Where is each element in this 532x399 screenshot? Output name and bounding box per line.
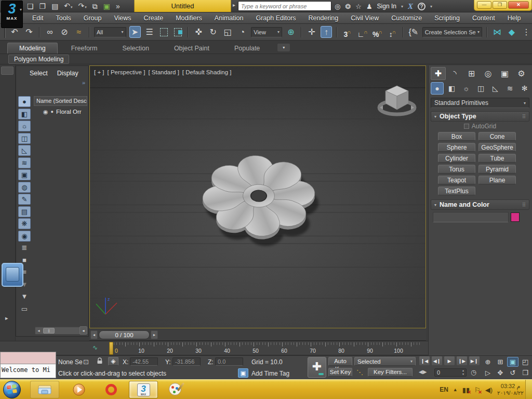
title-flyout-icon[interactable]: ▸ bbox=[233, 2, 235, 8]
exchange-store-icon[interactable]: X bbox=[408, 2, 413, 11]
menu-rendering[interactable]: Rendering bbox=[302, 12, 345, 24]
selection-lock-region-icon[interactable]: ⊡ bbox=[83, 358, 89, 366]
toolbar-overflow-icon[interactable]: ⋮ bbox=[521, 26, 532, 38]
current-frame-marker[interactable] bbox=[109, 342, 113, 355]
absolute-offset-mode-icon[interactable]: ◈ bbox=[108, 357, 118, 366]
add-time-tag-label[interactable]: Add Time Tag bbox=[251, 370, 289, 377]
ribbon-caret-icon[interactable]: ▾ bbox=[277, 44, 290, 51]
explorer-h-scrollbar[interactable]: ◂ ⫼ ▸ bbox=[35, 327, 86, 335]
spinner-snap-icon[interactable]: ↕∩ bbox=[387, 26, 398, 38]
zoom-all-icon[interactable]: ⊞ bbox=[495, 357, 506, 367]
primitive-type-dropdown[interactable]: Standard Primitives ▾ bbox=[431, 98, 529, 108]
use-pivot-center-icon[interactable]: ⊕ bbox=[285, 26, 297, 38]
zoom-region-icon[interactable]: ◰ bbox=[520, 357, 531, 367]
object-color-swatch[interactable] bbox=[511, 212, 520, 222]
filter-icon[interactable]: ▼ bbox=[18, 291, 31, 302]
primitive-button-torus[interactable]: Torus bbox=[438, 165, 475, 174]
explorer-menu-display[interactable]: Display bbox=[57, 70, 78, 77]
mini-curve-editor-icon[interactable]: ∿ bbox=[92, 344, 98, 351]
taskbar-3dsmax-button[interactable]: 3 MAX bbox=[129, 381, 158, 398]
go-to-start-icon[interactable]: ❙◀ bbox=[419, 356, 430, 366]
zoom-icon[interactable]: ⊕ bbox=[482, 357, 494, 367]
ribbon-tab-freeform[interactable]: Freeform bbox=[60, 43, 109, 54]
create-tab-icon[interactable]: ✚ bbox=[431, 67, 446, 80]
primitive-button-cone[interactable]: Cone bbox=[478, 132, 516, 141]
y-coord-field[interactable]: -31.856 bbox=[172, 357, 201, 366]
object-type-rollout-header[interactable]: ▾ Object Type ⠿ bbox=[431, 111, 529, 122]
taskbar-explorer-button[interactable] bbox=[30, 381, 59, 398]
snap-toggle-3d-icon[interactable]: 3∩ bbox=[341, 26, 353, 38]
display-visibility-icon[interactable]: ◉ bbox=[18, 231, 31, 242]
mirror-icon[interactable]: ⋈ bbox=[491, 26, 503, 38]
next-key-arrows-icon[interactable]: ◀▶ bbox=[419, 369, 427, 375]
3dsmax-logo[interactable]: 3 MAX ▾ bbox=[1, 1, 23, 28]
time-slider-handle[interactable]: 0 / 100 bbox=[99, 330, 150, 339]
modify-tab-icon[interactable]: ◝ bbox=[447, 67, 462, 80]
search-binoculars-icon[interactable]: ◎ bbox=[335, 3, 340, 10]
undo-icon-caret[interactable]: ▾ bbox=[71, 5, 73, 9]
scroll-left-icon[interactable]: ◂ bbox=[35, 328, 42, 333]
select-and-place-icon[interactable]: ◔ bbox=[236, 26, 248, 38]
action-center-flag-icon[interactable]: ⚐✕ bbox=[474, 386, 481, 394]
frame-back-icon[interactable]: ◂ bbox=[90, 330, 98, 339]
ribbon-tab-modeling[interactable]: Modeling bbox=[7, 43, 58, 54]
primitive-button-pyramid[interactable]: Pyramid bbox=[478, 165, 516, 174]
dock-tab[interactable] bbox=[1, 66, 14, 75]
menu-graph-editors[interactable]: Graph Editors bbox=[249, 12, 302, 24]
new-scene-icon[interactable]: ❏ bbox=[27, 1, 34, 12]
primitive-button-cylinder[interactable]: Cylinder bbox=[438, 154, 475, 163]
list-view-icon[interactable]: ≣ bbox=[18, 243, 31, 253]
taskbar-opera-button[interactable] bbox=[97, 381, 126, 398]
reference-coordinate-dropdown[interactable]: View▾ bbox=[251, 27, 282, 37]
start-button[interactable] bbox=[2, 380, 22, 399]
key-mode-icon[interactable]: ⋱ bbox=[356, 368, 363, 376]
display-hidden-icon[interactable]: ◍ bbox=[18, 182, 31, 193]
primitive-button-plane[interactable]: Plane bbox=[478, 176, 516, 184]
name-color-rollout-header[interactable]: ▾ Name and Color ⠿ bbox=[431, 200, 529, 210]
primitive-button-textplus[interactable]: TextPlus bbox=[438, 187, 475, 195]
display-cameras-icon[interactable]: ◫ bbox=[18, 133, 31, 144]
select-and-rotate-icon[interactable]: ↻ bbox=[207, 26, 219, 38]
geometry-category-icon[interactable]: ● bbox=[431, 82, 444, 95]
listener-output-field[interactable]: Welcome to Mi bbox=[0, 364, 56, 378]
workspace-icon[interactable]: ▣ bbox=[103, 1, 110, 12]
display-containers-icon[interactable]: ▤ bbox=[18, 206, 31, 217]
primitive-button-box[interactable]: Box bbox=[438, 132, 475, 141]
display-space-warps-icon[interactable]: ≋ bbox=[18, 157, 31, 168]
display-shapes-icon[interactable]: ◧ bbox=[18, 109, 31, 119]
display-particles-icon[interactable]: ❋ bbox=[18, 218, 31, 229]
scroll-thumb[interactable]: ⫼ bbox=[43, 328, 55, 334]
undo-icon[interactable]: ↶▾ bbox=[64, 0, 72, 13]
menu-help[interactable]: Help bbox=[501, 12, 527, 24]
hierarchy-tab-icon[interactable]: ⊞ bbox=[464, 67, 479, 80]
percent-snap-icon[interactable]: %∩ bbox=[371, 26, 383, 38]
display-materials-icon[interactable]: ▣ bbox=[18, 169, 31, 180]
track-bar[interactable]: ∿ 102030405060708090100 0 bbox=[0, 341, 428, 355]
menu-modifiers[interactable]: Modifiers bbox=[169, 12, 208, 24]
viewport-standard-label[interactable]: [ Standard ] bbox=[148, 69, 179, 75]
autogrid-checkbox[interactable] bbox=[464, 124, 469, 129]
favorites-star-icon[interactable]: ☆ bbox=[355, 3, 362, 10]
rectangular-selection-region-icon[interactable] bbox=[160, 28, 168, 36]
language-indicator[interactable]: EN bbox=[440, 386, 448, 393]
time-slider-track[interactable] bbox=[159, 330, 426, 339]
space-warps-category-icon[interactable]: ≋ bbox=[503, 82, 516, 95]
next-frame-icon[interactable]: ❙▶ bbox=[456, 356, 468, 366]
quick-access-overflow-icon[interactable]: » bbox=[116, 1, 120, 12]
helpers-category-icon[interactable]: ◺ bbox=[489, 82, 502, 95]
communication-center-icon[interactable]: ❂ bbox=[345, 3, 351, 10]
window-crossing-icon[interactable] bbox=[174, 28, 182, 36]
menu-customize[interactable]: Customize bbox=[385, 12, 428, 24]
menu-civil-view[interactable]: Civil View bbox=[344, 12, 385, 24]
ribbon-tab-populate[interactable]: Populate bbox=[223, 43, 271, 54]
display-bones-icon[interactable]: ✎ bbox=[18, 194, 31, 205]
visibility-eye-icon[interactable]: ◉ bbox=[43, 109, 48, 115]
signin-label[interactable]: Sign In bbox=[377, 3, 396, 10]
save-file-icon[interactable]: ▤ bbox=[51, 1, 58, 12]
select-and-move-icon[interactable]: ✜ bbox=[193, 26, 204, 38]
menu-scripting[interactable]: Scripting bbox=[428, 12, 466, 24]
dock-expand-icon[interactable]: ▸ bbox=[5, 315, 8, 322]
restore-button[interactable]: ❐ bbox=[493, 1, 507, 9]
keyboard-override-icon[interactable]: ↑ bbox=[321, 26, 332, 38]
shapes-category-icon[interactable]: ◧ bbox=[445, 82, 458, 95]
